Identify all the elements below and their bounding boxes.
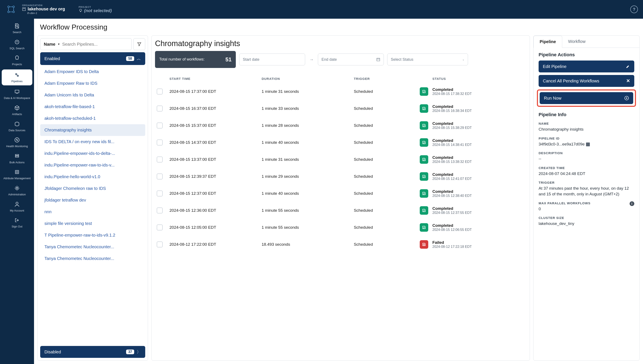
pipeline-item[interactable]: Jfoldager Chomeleon raw to IDS [40,183,145,194]
nav-label: Bulk Actions [9,161,26,164]
row-checkbox[interactable] [157,224,163,230]
cell-start-time: 2024-08-15 12:05:00 EDT [169,225,262,230]
sidebar-item-sign-out[interactable]: Sign Out [0,215,34,231]
sidebar-item-data-ai-workspace[interactable]: Data & AI Workspace [0,86,34,102]
tab-pipeline[interactable]: Pipeline [533,36,562,48]
workflow-row[interactable]: 2024-08-15 17:37:00 EDT1 minute 31 secon… [155,83,526,100]
sidebar-item-pipelines[interactable]: Pipelines [2,70,32,86]
sidebar-item-administration[interactable]: Administration [0,183,34,199]
pipeline-item[interactable]: indu.Pipeline-hello-world-v1.0 [40,171,145,183]
row-checkbox[interactable] [157,140,163,146]
sidebar-item-search[interactable]: Search [0,20,34,36]
status-success-icon [420,189,428,198]
workflow-row[interactable]: 2024-08-15 13:37:00 EDT1 minute 31 secon… [155,151,526,168]
nav-label: Health Monitoring [5,144,29,148]
pipeline-item[interactable]: T Pipeline-empower-raw-to-ids-v9.1.2 [40,229,145,241]
pipeline-item[interactable]: IDS To DELTA / on every new ids fil... [40,136,145,148]
cell-trigger: Scheduled [354,242,420,247]
workflow-row[interactable]: 2024-08-12 17:22:00 EDT18.493 secondsSch… [155,236,526,253]
workflow-row[interactable]: 2024-08-15 12:39:37 EDT1 minute 29 secon… [155,168,526,185]
search-pipelines-input[interactable] [62,42,128,47]
cancel-pending-button[interactable]: Cancel All Pending Workflows ✕ [539,75,634,87]
end-date-input[interactable]: End date [318,54,384,66]
calendar-icon [376,58,380,61]
cube-icon [14,105,20,111]
row-checkbox[interactable] [157,156,163,162]
filter-button[interactable] [133,38,145,50]
pipeline-item[interactable]: simple file versioning test [40,218,145,229]
row-checkbox[interactable] [157,106,163,112]
org-name: lakehouse dev org [28,6,65,12]
info-desc-label: DESCRIPTION [539,151,634,155]
workflow-row[interactable]: 2024-08-15 12:36:00 EDT1 minute 55 secon… [155,202,526,219]
workflow-row[interactable]: 2024-08-15 12:37:00 EDT1 minute 40 secon… [155,185,526,202]
sidebar-item-artifacts[interactable]: Artifacts [0,102,34,118]
start-date-input[interactable]: Start date [239,54,305,66]
app-logo-icon[interactable] [5,4,17,15]
info-name-value: Chromatography insights [539,126,634,132]
pipeline-item[interactable]: Adam Empower Raw to IDS [40,78,145,89]
edit-pipeline-button[interactable]: Edit Pipeline [539,60,634,72]
disabled-count: 37 [126,350,134,354]
row-checkbox[interactable] [157,190,163,196]
sidebar-item-sql-search[interactable]: SQL Search [0,36,34,53]
enabled-section-header[interactable]: Enabled 58 ︿ [40,52,145,65]
workflow-row[interactable]: 2024-08-15 14:37:00 EDT1 minute 40 secon… [155,134,526,151]
pipeline-item[interactable]: Chromatography insights [40,124,145,136]
close-icon: ✕ [626,78,630,84]
pipeline-item[interactable]: indu.Pipeline-empower-raw-to-ids-v... [40,159,145,171]
copy-icon[interactable] [586,142,590,146]
pipeline-list: Adam Empower IDS to DeltaAdam Empower Ra… [40,66,145,345]
org-switcher[interactable]: ORGANIZATION lakehouse dev org lh-dev-1 [22,4,65,15]
cell-start-time: 2024-08-15 17:37:00 EDT [169,89,262,94]
workflow-row[interactable]: 2024-08-15 12:05:00 EDT1 minute 55 secon… [155,219,526,236]
pipeline-item[interactable]: indu.Pipeline-empower-ids-to-delta-... [40,148,145,159]
cell-trigger: Scheduled [354,191,420,196]
pipeline-item[interactable]: Adam Unicorn Ids to Delta [40,89,145,101]
tab-workflow[interactable]: Workflow [562,36,591,48]
pipeline-item[interactable]: akoh-tetraflow-scheduled-1 [40,112,145,124]
cell-duration: 1 minute 28 seconds [262,123,354,128]
row-checkbox[interactable] [157,174,163,180]
file-search-icon [14,23,20,29]
sidebar-item-projects[interactable]: Projects [0,52,34,68]
help-icon[interactable]: ? [630,6,638,13]
status-select[interactable]: Select Status ⌄ [387,54,468,66]
sidebar-item-attribute-management[interactable]: Attribute Management [0,166,34,183]
project-switcher[interactable]: PROJECT (not selected) [79,6,112,13]
info-icon[interactable]: i [629,201,634,206]
nav-label: Data & AI Workspace [3,96,31,100]
pipeline-item[interactable]: nnn [40,206,145,218]
run-now-button[interactable]: Run Now [540,92,633,104]
row-checkbox[interactable] [157,208,163,214]
workflow-row[interactable]: 2024-08-15 15:37:00 EDT1 minute 28 secon… [155,117,526,134]
pipeline-item[interactable]: jfoldager tetraflow dev [40,194,145,206]
disabled-section-header[interactable]: Disabled 37 〉 [40,346,145,358]
pipeline-info-heading: Pipeline Info [539,112,634,118]
cell-status: Completed2024-08-15 14:38:41 EDT [433,138,525,147]
attr-icon [14,169,20,175]
pipeline-item[interactable]: Tanya Chemometec Nucleocounter... [40,253,145,264]
sidebar-item-health-monitoring[interactable]: Health Monitoring [0,134,34,150]
cell-start-time: 2024-08-15 12:36:00 EDT [169,208,262,213]
col-duration: DURATION [262,77,354,80]
building-icon [22,7,26,11]
row-checkbox[interactable] [157,88,163,94]
project-label: PROJECT [79,6,112,8]
svg-rect-9 [377,58,380,61]
cell-status: Completed2024-08-15 17:38:32 EDT [433,87,525,96]
svg-point-1 [13,6,15,8]
bulk-icon [14,153,20,159]
svg-rect-6 [24,8,25,9]
sidebar-item-my-account[interactable]: My Account [0,199,34,215]
row-checkbox[interactable] [157,122,163,128]
workflow-row[interactable]: 2024-08-15 16:37:00 EDT1 minute 33 secon… [155,100,526,117]
pipeline-item[interactable]: Tanya Chemometec Nucleocounter... [40,241,145,253]
sidebar-item-bulk-actions[interactable]: Bulk Actions [0,150,34,167]
pipeline-filter[interactable]: Name ▼ [40,38,132,50]
row-checkbox[interactable] [157,242,163,248]
svg-point-0 [8,6,9,8]
pipeline-item[interactable]: akoh-tetraflow-file-based-1 [40,101,145,112]
sidebar-item-data-sources[interactable]: Data Sources [0,118,34,135]
pipeline-item[interactable]: Adam Empower IDS to Delta [40,66,145,78]
